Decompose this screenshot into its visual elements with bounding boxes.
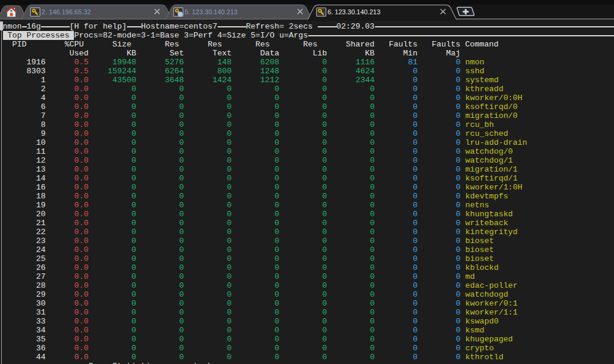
svg-text:5. 123.30.140.213: 5. 123.30.140.213 <box>185 8 238 15</box>
svg-text:2. 146.196.65.32: 2. 146.196.65.32 <box>42 8 91 15</box>
svg-text:6. 123.30.140.213: 6. 123.30.140.213 <box>327 8 380 15</box>
